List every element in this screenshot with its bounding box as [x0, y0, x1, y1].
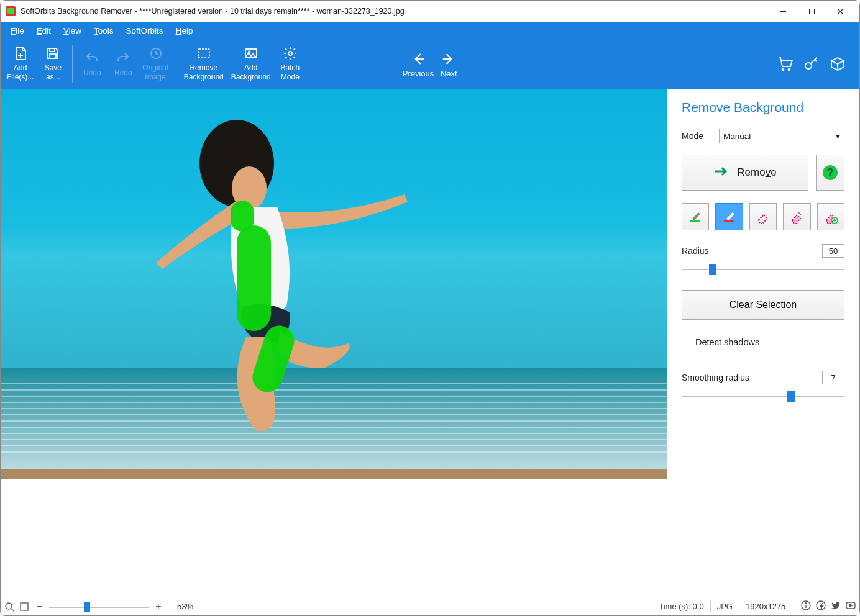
zoom-percent: 53%	[177, 602, 193, 611]
clear-selection-button[interactable]: Clear Selection	[682, 290, 844, 320]
save-as-label: Saveas...	[45, 63, 62, 82]
smoothing-slider[interactable]	[682, 389, 844, 402]
key-icon[interactable]	[803, 56, 820, 72]
detect-shadows-checkbox[interactable]	[682, 338, 690, 346]
toolbar: AddFile(s)... Saveas... Undo Redo Origin…	[1, 39, 859, 89]
svg-rect-8	[50, 48, 55, 52]
foreground-marker	[237, 225, 271, 331]
next-label: Next	[441, 69, 457, 78]
status-time: Time (s): 0.0	[652, 601, 710, 612]
mode-select[interactable]: Manual ▾	[719, 129, 844, 143]
help-button[interactable]: ?	[816, 155, 844, 191]
menu-file[interactable]: File	[4, 24, 30, 38]
add-files-label: AddFile(s)...	[7, 63, 34, 82]
eraser-tool[interactable]	[749, 203, 777, 230]
status-format: JPG	[710, 601, 739, 612]
minimize-button[interactable]	[769, 2, 797, 20]
save-icon	[45, 46, 60, 61]
svg-rect-1	[7, 8, 14, 14]
info-icon[interactable]	[801, 600, 811, 612]
statusbar: − + 53% Time (s): 0.0 JPG 1920x1275	[1, 597, 859, 615]
next-button[interactable]: Next	[440, 50, 457, 78]
quick-select-tool[interactable]	[783, 203, 810, 230]
photo-subject	[156, 107, 417, 455]
svg-rect-22	[690, 220, 700, 222]
redo-button: Redo	[108, 50, 139, 79]
panel-title: Remove Background	[682, 100, 844, 115]
radius-slider[interactable]	[682, 263, 844, 275]
marker-red-tool[interactable]	[715, 203, 743, 230]
window-title: SoftOrbits Background Remover - ****Unre…	[21, 7, 769, 16]
actual-size-icon[interactable]	[19, 602, 29, 612]
titlebar: SoftOrbits Background Remover - ****Unre…	[1, 1, 859, 22]
image-view[interactable]	[1, 89, 667, 597]
fit-window-icon[interactable]	[4, 602, 14, 612]
zoom-out-button[interactable]: −	[34, 602, 44, 612]
redo-icon	[116, 51, 130, 66]
original-image-button: OriginalImage	[139, 45, 172, 83]
undo-button: Undo	[76, 50, 108, 79]
svg-point-16	[789, 69, 790, 71]
arrow-left-icon	[409, 50, 427, 68]
main-area: Remove Background Mode Manual ▾ Remove ?	[1, 89, 859, 597]
add-files-button[interactable]: AddFile(s)...	[3, 45, 37, 83]
smoothing-label: Smoothing radius	[682, 373, 749, 383]
image-icon	[244, 46, 258, 61]
remove-bg-icon	[196, 46, 211, 61]
remove-background-button[interactable]: RemoveBackground	[180, 45, 227, 83]
menu-view[interactable]: View	[57, 24, 88, 38]
app-icon	[6, 6, 16, 16]
svg-point-29	[805, 603, 806, 604]
separator	[72, 45, 73, 83]
original-label: OriginalImage	[142, 63, 168, 82]
box-icon[interactable]	[830, 56, 846, 72]
svg-point-15	[782, 69, 784, 71]
canvas-area	[1, 89, 667, 597]
canvas-empty-area	[1, 479, 667, 597]
zoom-slider[interactable]	[49, 601, 149, 612]
arrow-right-icon	[440, 50, 457, 68]
youtube-icon[interactable]	[846, 600, 856, 612]
arrow-right-icon	[713, 166, 730, 180]
maximize-button[interactable]	[797, 2, 826, 20]
cart-icon[interactable]	[777, 56, 794, 72]
remove-label: Remove	[737, 166, 776, 179]
gear-icon	[283, 46, 298, 61]
batch-mode-button[interactable]: BatchMode	[275, 45, 306, 83]
mode-value: Manual	[723, 132, 751, 141]
undo-label: Undo	[83, 68, 101, 78]
status-dimensions: 1920x1275	[739, 601, 795, 612]
facebook-icon[interactable]	[816, 600, 826, 612]
previous-label: Previous	[403, 69, 434, 78]
svg-rect-9	[50, 54, 56, 58]
svg-rect-11	[198, 49, 209, 58]
close-button[interactable]	[826, 2, 854, 20]
zoom-in-button[interactable]: +	[153, 602, 163, 612]
svg-point-14	[288, 52, 292, 55]
previous-button[interactable]: Previous	[403, 50, 434, 78]
detect-shadows-label: Detect shadows	[695, 337, 759, 347]
smoothing-value[interactable]: 7	[822, 371, 844, 384]
menu-help[interactable]: Help	[170, 24, 199, 38]
side-panel: Remove Background Mode Manual ▾ Remove ?	[667, 89, 859, 597]
svg-rect-3	[809, 9, 814, 14]
twitter-icon[interactable]	[831, 600, 841, 612]
remove-button[interactable]: Remove	[682, 155, 808, 191]
menu-softorbits[interactable]: SoftOrbits	[120, 24, 170, 38]
radius-label: Radius	[682, 246, 709, 256]
remove-bg-label: RemoveBackground	[184, 63, 224, 82]
radius-value[interactable]: 50	[822, 244, 844, 258]
refine-tool[interactable]	[817, 203, 844, 230]
chevron-down-icon: ▾	[836, 131, 840, 141]
menu-edit[interactable]: Edit	[30, 24, 57, 38]
mode-label: Mode	[682, 131, 719, 141]
add-background-button[interactable]: AddBackground	[227, 45, 275, 83]
menu-tools[interactable]: Tools	[88, 24, 120, 38]
svg-rect-23	[724, 220, 734, 222]
save-as-button[interactable]: Saveas...	[37, 45, 68, 83]
svg-text:?: ?	[827, 166, 834, 179]
undo-icon	[85, 51, 99, 66]
add-file-icon	[13, 46, 28, 61]
marker-green-tool[interactable]	[682, 203, 709, 230]
svg-point-17	[805, 63, 812, 69]
